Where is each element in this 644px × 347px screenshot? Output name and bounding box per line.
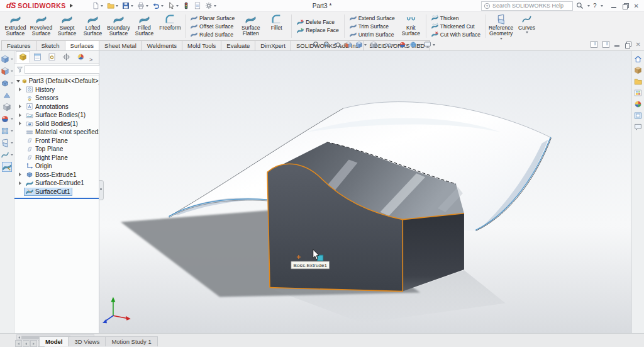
task-pane-custom-properties[interactable]	[634, 111, 642, 120]
dropdown-caret[interactable]	[364, 44, 367, 46]
options-gear-button[interactable]	[204, 2, 218, 9]
dropdown-caret[interactable]	[214, 5, 216, 7]
tree-item-part3[interactable]: Part3 (Default<<Default>_Display State	[14, 77, 99, 86]
display-style-button[interactable]	[370, 41, 381, 48]
tree-item-top-plane[interactable]: Top Plane	[14, 145, 99, 154]
tab-dimxpert[interactable]: DimXpert	[255, 40, 291, 50]
tree-item-surfacecut1[interactable]: SurfaceCut1	[14, 188, 99, 196]
panel-tab-configuration-manager[interactable]	[45, 51, 59, 63]
tree-item-material-not-specified[interactable]: Material <not specified>	[14, 128, 99, 137]
dropdown-caret[interactable]	[176, 5, 179, 7]
panel-tab-dimxpert-manager[interactable]	[59, 51, 74, 63]
pane-icon[interactable]	[591, 41, 597, 48]
previous-view-button[interactable]	[334, 41, 341, 48]
file-properties-button[interactable]	[192, 2, 203, 9]
dropdown-caret[interactable]	[101, 5, 103, 7]
thicken-button[interactable]: Thicken	[430, 14, 482, 22]
tree-item-annotations[interactable]: Annotations	[14, 103, 99, 111]
open-folder-button[interactable]	[106, 2, 119, 9]
next-tab-button[interactable]	[30, 340, 37, 347]
section-view-button[interactable]	[345, 41, 352, 48]
expander-icon[interactable]	[19, 105, 21, 108]
tree-item-sensors[interactable]: Sensors	[14, 94, 99, 103]
extend-surface-button[interactable]: Extend Surface	[348, 14, 397, 22]
doc-tab-motion-study-1[interactable]: Motion Study 1	[105, 336, 157, 346]
dropdown-caret[interactable]	[393, 44, 396, 46]
filled-surface-button[interactable]: FilledSurface	[131, 13, 157, 40]
help-button[interactable]: ?	[593, 3, 597, 9]
tab-weldments[interactable]: Weldments	[142, 40, 182, 50]
boundary-surface-button[interactable]: BoundarySurface	[106, 13, 131, 40]
boss-extrude-button[interactable]	[0, 78, 14, 88]
fillet-button[interactable]: Fillet	[264, 13, 289, 40]
thickened-cut-button[interactable]: Thickened Cut	[430, 23, 482, 30]
revolved-surface-button[interactable]: RevolvedSurface	[28, 13, 54, 40]
scroll-left-icon[interactable]	[18, 336, 20, 339]
edit-appearance-button[interactable]	[399, 41, 406, 48]
zoom-to-area-button[interactable]	[323, 41, 331, 48]
edit-appearance-button[interactable]	[0, 114, 14, 124]
tree-item-history[interactable]: History	[14, 86, 99, 94]
undo-button[interactable]	[151, 2, 165, 9]
graphics-area[interactable]: Boss-Extrude1	[99, 51, 631, 333]
panel-tab-display-manager[interactable]	[74, 51, 88, 63]
lofted-surface-button[interactable]: LoftedSurface	[80, 13, 106, 40]
knit-surface-button[interactable]: KnitSurface	[398, 13, 424, 40]
dropdown-caret[interactable]	[146, 5, 148, 7]
tab-mold-tools[interactable]: Mold Tools	[182, 40, 221, 50]
doc-tab-model[interactable]: Model	[39, 336, 69, 346]
tree-item-front-plane[interactable]: Front Plane	[14, 137, 99, 145]
help-dropdown-caret[interactable]	[601, 5, 603, 7]
doc-restore-button[interactable]	[625, 42, 631, 47]
expander-icon[interactable]	[16, 80, 20, 82]
trim-surface-button[interactable]: Trim Surface	[348, 23, 397, 30]
offset-surface-button[interactable]: Offset Surface	[189, 23, 236, 30]
tab-features[interactable]: Features	[1, 40, 36, 50]
display-style-button[interactable]	[2, 102, 12, 112]
task-pane-appearances-globe[interactable]	[634, 100, 642, 108]
delete-face-button[interactable]: Delete Face	[295, 18, 340, 26]
dropdown-caret[interactable]	[11, 82, 13, 84]
dropdown-caret[interactable]	[11, 71, 13, 72]
doc-minimize-button[interactable]	[614, 42, 620, 47]
dropdown-caret[interactable]	[418, 44, 421, 46]
panel-tab-feature-tree[interactable]	[16, 51, 30, 63]
first-tab-button[interactable]	[15, 340, 22, 347]
extruded-surface-button[interactable]: ExtrudedSurface	[3, 13, 28, 40]
dropdown-caret[interactable]	[131, 5, 133, 7]
tab-sketch[interactable]: Sketch	[36, 40, 65, 50]
select-cursor-button[interactable]	[166, 2, 180, 9]
cut-with-surface-button[interactable]: Cut With Surface	[430, 31, 482, 38]
swept-surface-button[interactable]: SweptSurface	[54, 13, 80, 40]
reference-geometry-button[interactable]: ReferenceGeometry	[488, 13, 514, 40]
expander-icon[interactable]	[19, 122, 21, 125]
tree-filter-input[interactable]	[25, 65, 102, 74]
dropdown-caret[interactable]	[11, 118, 13, 120]
task-pane-view-palette[interactable]	[634, 89, 642, 97]
untrim-surface-button[interactable]: Untrim Surface	[348, 31, 397, 38]
freeform-button[interactable]: Freeform	[157, 13, 183, 40]
new-document-button[interactable]	[91, 2, 104, 9]
3d-scene[interactable]: Boss-Extrude1	[99, 51, 631, 333]
search-icon[interactable]	[576, 2, 584, 9]
dropdown-caret[interactable]	[526, 31, 528, 33]
menu-expand-icon[interactable]	[70, 4, 73, 8]
pattern-button[interactable]	[0, 126, 14, 136]
zoom-to-fit-button[interactable]	[313, 41, 320, 48]
dropdown-caret[interactable]	[11, 142, 13, 144]
surface-sketch-button[interactable]	[2, 162, 12, 172]
dropdown-caret[interactable]	[11, 154, 13, 156]
dropdown-caret[interactable]	[379, 44, 381, 46]
dropdown-caret[interactable]	[11, 130, 13, 132]
tree-item-surface-extrude1[interactable]: Surface-Extrude1	[14, 179, 99, 188]
reference-geometry-button[interactable]	[0, 138, 14, 148]
panel-tabs-overflow[interactable]: >	[89, 57, 92, 63]
planar-surface-button[interactable]: Planar Surface	[189, 14, 236, 22]
solidworks-logo[interactable]: ɗS SOLIDWORKS	[6, 2, 66, 9]
tab-evaluate[interactable]: Evaluate	[221, 40, 255, 50]
save-button[interactable]	[121, 2, 135, 9]
tree-item-boss-extrude1[interactable]: Boss-Extrude1	[14, 171, 99, 179]
task-pane-forum[interactable]	[634, 123, 642, 131]
view-orientation-button[interactable]	[355, 41, 367, 48]
tab-surfaces[interactable]: Surfaces	[65, 40, 100, 50]
